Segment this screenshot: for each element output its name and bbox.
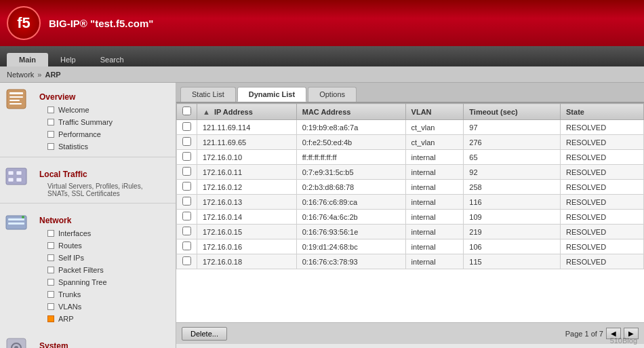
row-checkbox-cell[interactable] — [177, 239, 197, 254]
col-mac-address[interactable]: MAC Address — [296, 104, 405, 120]
header-title: BIG-IP® "test.f5.com" — [49, 18, 153, 29]
row-checkbox[interactable] — [182, 241, 191, 250]
table-row: 172.16.0.13 0:16:76:c6:89:ca internal 11… — [177, 195, 644, 210]
table-row: 172.16.0.12 0:2:b3:d8:68:78 internal 258… — [177, 180, 644, 195]
svg-rect-2 — [9, 96, 23, 98]
cell-vlan: internal — [405, 165, 464, 180]
tab-search[interactable]: Search — [88, 53, 136, 66]
sidebar-item-performance[interactable]: Performance — [33, 128, 172, 140]
select-all-header[interactable] — [177, 104, 197, 120]
cell-state: RESOLVED — [561, 180, 644, 195]
row-checkbox-cell[interactable] — [177, 195, 197, 210]
row-checkbox-cell[interactable] — [177, 165, 197, 180]
row-checkbox-cell[interactable] — [177, 150, 197, 165]
table-container: ▲ IP Address MAC Address VLAN Timeout (s… — [176, 103, 644, 322]
tab-options[interactable]: Options — [308, 87, 357, 102]
cell-mac: 0:2:b3:d8:68:78 — [296, 180, 405, 195]
row-checkbox[interactable] — [182, 256, 191, 265]
sidebar-overview-section: Overview Welcome Traffic Summary Perform… — [0, 83, 176, 157]
sidebar-item-packet-filters[interactable]: Packet Filters — [33, 264, 172, 276]
svg-rect-5 — [6, 168, 26, 185]
row-checkbox[interactable] — [182, 182, 191, 191]
watermark: 510Blog — [610, 336, 637, 345]
cell-mac: ff:ff:ff:ff:ff:ff — [296, 150, 405, 165]
sidebar-item-routes[interactable]: Routes — [33, 239, 172, 252]
cell-vlan: internal — [405, 225, 464, 239]
top-nav: Main Help Search — [0, 46, 644, 66]
cell-state: RESOLVED — [561, 239, 644, 254]
sidebar-item-interfaces[interactable]: Interfaces — [33, 227, 172, 239]
sidebar-item-welcome[interactable]: Welcome — [33, 104, 172, 116]
table-row: 172.16.0.15 0:16:76:93:56:1e internal 21… — [177, 225, 644, 239]
header: f5 BIG-IP® "test.f5.com" — [0, 0, 644, 46]
sidebar-item-self-ips[interactable]: Self IPs — [33, 252, 172, 264]
row-checkbox[interactable] — [182, 212, 191, 220]
row-checkbox[interactable] — [182, 137, 191, 146]
cell-timeout: 258 — [464, 180, 561, 195]
delete-button[interactable]: Delete... — [182, 327, 227, 341]
cell-mac: 0:f:e2:50:ed:4b — [296, 135, 405, 150]
system-icon — [4, 336, 28, 348]
sidebar-item-traffic-summary[interactable]: Traffic Summary — [33, 116, 172, 128]
row-checkbox[interactable] — [182, 167, 191, 176]
cell-vlan: internal — [405, 239, 464, 254]
row-checkbox[interactable] — [182, 227, 191, 235]
breadcrumb-network[interactable]: Network — [7, 71, 34, 79]
cell-vlan: internal — [405, 180, 464, 195]
routes-bullet — [47, 242, 54, 249]
bottom-bar: Delete... Page 1 of 7 ◀ ▶ — [176, 322, 644, 344]
cell-ip: 172.16.0.12 — [197, 180, 297, 195]
sub-tabs: Static List Dynamic List Options — [176, 83, 644, 103]
sidebar-local-traffic-section: Local Traffic Virtual Servers, Profiles,… — [0, 160, 176, 204]
breadcrumb-arrow: » — [37, 71, 41, 79]
svg-rect-3 — [9, 100, 20, 101]
tab-static-list[interactable]: Static List — [180, 87, 236, 102]
cell-timeout: 115 — [464, 254, 561, 269]
col-timeout[interactable]: Timeout (sec) — [464, 104, 561, 120]
col-state[interactable]: State — [561, 104, 644, 120]
content-area: Static List Dynamic List Options ▲ IP Ad… — [176, 83, 644, 348]
row-checkbox-cell[interactable] — [177, 135, 197, 150]
sidebar-item-spanning-tree[interactable]: Spanning Tree — [33, 276, 172, 288]
packet-filters-bullet — [47, 267, 54, 273]
row-checkbox[interactable] — [182, 152, 191, 161]
row-checkbox[interactable] — [182, 122, 191, 131]
traffic-summary-bullet — [47, 119, 54, 125]
sidebar-network-title: Network — [33, 210, 172, 227]
cell-mac: 0:19:b9:e8:a6:7a — [296, 120, 405, 135]
svg-rect-11 — [8, 218, 24, 220]
cell-state: RESOLVED — [561, 150, 644, 165]
table-row: 172.16.0.11 0:7:e9:31:5c:b5 internal 92 … — [177, 165, 644, 180]
sidebar-network-section: Network Interfaces Routes Self IPs — [0, 206, 176, 329]
interfaces-bullet — [47, 230, 54, 237]
tab-dynamic-list[interactable]: Dynamic List — [237, 87, 306, 102]
row-checkbox-cell[interactable] — [177, 120, 197, 135]
sidebar-item-vlans[interactable]: VLANs — [33, 301, 172, 313]
row-checkbox[interactable] — [182, 197, 191, 206]
tab-help[interactable]: Help — [48, 53, 88, 66]
cell-timeout: 219 — [464, 225, 561, 239]
cell-mac: 0:16:76:c6:89:ca — [296, 195, 405, 210]
sidebar-item-arp[interactable]: ARP — [33, 313, 172, 325]
tab-main[interactable]: Main — [7, 53, 48, 66]
col-ip-address[interactable]: ▲ IP Address — [197, 104, 297, 120]
cell-vlan: internal — [405, 195, 464, 210]
select-all-checkbox[interactable] — [182, 107, 191, 115]
sidebar-item-trunks[interactable]: Trunks — [33, 288, 172, 301]
row-checkbox-cell[interactable] — [177, 225, 197, 239]
sidebar-system-title: System — [33, 336, 172, 348]
table-row: 172.16.0.10 ff:ff:ff:ff:ff:ff internal 6… — [177, 150, 644, 165]
overview-icon — [4, 87, 28, 111]
row-checkbox-cell[interactable] — [177, 254, 197, 269]
cell-vlan: internal — [405, 210, 464, 225]
sidebar-local-traffic-desc: Virtual Servers, Profiles, iRules, SNATs… — [33, 181, 172, 199]
row-checkbox-cell[interactable] — [177, 210, 197, 225]
cell-timeout: 65 — [464, 150, 561, 165]
svg-rect-9 — [16, 178, 22, 182]
row-checkbox-cell[interactable] — [177, 180, 197, 195]
breadcrumb: Network » ARP — [0, 66, 644, 83]
svg-rect-7 — [16, 171, 22, 175]
cell-timeout: 116 — [464, 195, 561, 210]
col-vlan[interactable]: VLAN — [405, 104, 464, 120]
sidebar-item-statistics[interactable]: Statistics — [33, 140, 172, 153]
